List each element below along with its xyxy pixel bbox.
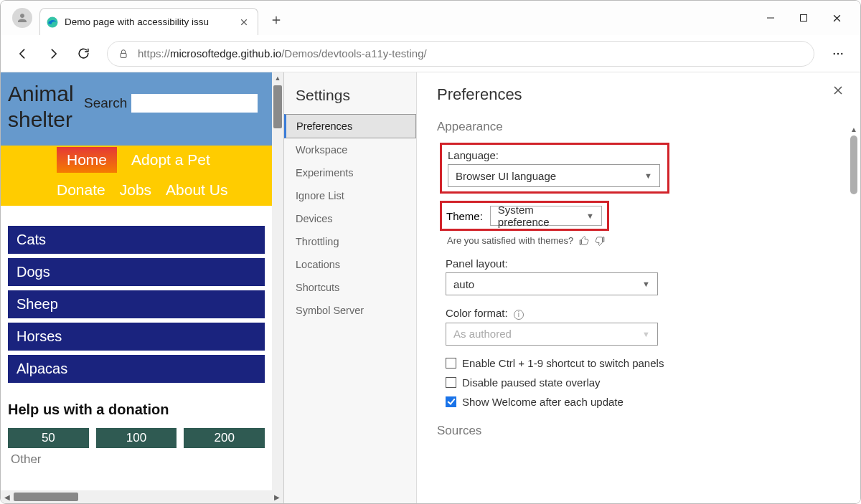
theme-select[interactable]: System preference▼ <box>490 206 602 226</box>
settings-nav-symbol-server[interactable]: Symbol Server <box>284 299 416 322</box>
list-item[interactable]: Alpacas <box>8 355 265 383</box>
settings-sidebar: Settings Preferences Workspace Experimen… <box>284 72 417 503</box>
new-tab-button[interactable] <box>264 8 288 32</box>
nav-donate[interactable]: Donate <box>57 181 105 199</box>
scrollbar-thumb[interactable] <box>14 493 78 501</box>
settings-main: Preferences Appearance Language: Browser… <box>417 72 860 503</box>
settings-nav-devices[interactable]: Devices <box>284 207 416 230</box>
scroll-right-icon[interactable]: ▶ <box>270 493 283 501</box>
checkbox-label: Disable paused state overlay <box>462 376 601 389</box>
donation-other-label: Other <box>11 452 265 467</box>
svg-rect-2 <box>121 53 126 57</box>
panel-layout-value: auto <box>453 278 474 290</box>
section-heading-appearance: Appearance <box>437 120 840 134</box>
forward-button[interactable] <box>39 40 67 67</box>
svg-point-3 <box>834 52 835 54</box>
thumbs-up-icon[interactable] <box>579 236 589 246</box>
donation-amount-button[interactable]: 100 <box>96 428 177 448</box>
browser-toolbar: https://microsoftedge.github.io/Demos/de… <box>1 35 860 72</box>
nav-home[interactable]: Home <box>57 147 117 173</box>
theme-value: System preference <box>498 204 586 228</box>
window-maximize-button[interactable] <box>787 4 820 32</box>
horizontal-scrollbar[interactable]: ◀ ▶ <box>1 490 283 503</box>
tab-close-icon[interactable] <box>237 16 250 29</box>
nav-jobs[interactable]: Jobs <box>120 181 151 199</box>
nav-about[interactable]: About Us <box>166 181 227 199</box>
scroll-left-icon[interactable]: ◀ <box>1 493 14 501</box>
settings-nav-preferences[interactable]: Preferences <box>284 114 416 138</box>
color-format-value: As authored <box>453 328 512 340</box>
search-label: Search <box>84 95 127 111</box>
search-input[interactable] <box>131 94 258 113</box>
settings-nav-experiments[interactable]: Experiments <box>284 161 416 184</box>
list-item[interactable]: Horses <box>8 323 265 351</box>
back-button[interactable] <box>9 40 37 67</box>
color-format-label: Color format: i <box>446 307 840 320</box>
donation-amount-button[interactable]: 200 <box>184 428 265 448</box>
window-close-button[interactable] <box>820 4 853 32</box>
page-viewport: Animalshelter Search Home Adopt a Pet Do… <box>1 72 284 503</box>
list-item[interactable]: Cats <box>8 226 265 254</box>
chevron-down-icon: ▼ <box>642 330 650 338</box>
devtools-panel: Settings Preferences Workspace Experimen… <box>284 72 860 503</box>
panel-layout-select[interactable]: auto ▼ <box>446 272 658 295</box>
checkbox-show-welcome[interactable] <box>446 396 456 407</box>
svg-point-5 <box>841 52 842 54</box>
window-titlebar: Demo page with accessibility issu <box>1 1 860 35</box>
scroll-up-icon[interactable]: ▲ <box>272 72 283 84</box>
site-nav: Home Adopt a Pet Donate Jobs About Us <box>1 146 272 206</box>
vertical-scrollbar[interactable]: ▲ <box>272 72 283 490</box>
donation-heading: Help us with a donation <box>8 401 265 418</box>
settings-nav-throttling[interactable]: Throttling <box>284 230 416 253</box>
highlight-language: Language: Browser UI language ▼ <box>440 143 669 194</box>
checkbox-ctrl-shortcut[interactable] <box>446 358 456 369</box>
refresh-button[interactable] <box>70 40 97 67</box>
theme-label: Theme: <box>446 210 483 222</box>
animal-list: Cats Dogs Sheep Horses Alpacas <box>1 206 272 390</box>
window-minimize-button[interactable] <box>754 4 787 32</box>
chevron-down-icon: ▼ <box>644 171 652 180</box>
donation-section: Help us with a donation 50 100 200 Other <box>1 390 272 471</box>
scrollbar-thumb[interactable] <box>850 135 857 194</box>
settings-scrollbar[interactable]: ▲ <box>849 124 859 500</box>
thumbs-down-icon[interactable] <box>595 236 605 246</box>
nav-adopt[interactable]: Adopt a Pet <box>131 151 210 168</box>
scroll-up-icon[interactable]: ▲ <box>849 124 859 134</box>
section-heading-sources: Sources <box>437 424 840 438</box>
profile-avatar[interactable] <box>12 8 32 28</box>
settings-title: Settings <box>284 82 416 114</box>
svg-rect-1 <box>801 15 807 22</box>
language-label: Language: <box>448 149 662 161</box>
chevron-down-icon: ▼ <box>586 211 594 220</box>
donation-amount-button[interactable]: 50 <box>8 428 89 448</box>
checkbox-paused-overlay[interactable] <box>446 377 456 388</box>
chevron-down-icon: ▼ <box>642 280 650 288</box>
lock-icon <box>118 48 129 60</box>
checkbox-label: Show Welcome after each update <box>462 396 624 408</box>
edge-favicon <box>46 16 59 29</box>
settings-close-button[interactable] <box>830 82 846 98</box>
tab-title: Demo page with accessibility issu <box>65 16 233 27</box>
browser-tab[interactable]: Demo page with accessibility issu <box>39 8 258 35</box>
panel-layout-label: Panel layout: <box>446 257 840 270</box>
language-value: Browser UI language <box>456 170 556 182</box>
site-header: Animalshelter Search <box>1 72 272 146</box>
settings-nav-shortcuts[interactable]: Shortcuts <box>284 276 416 299</box>
settings-nav-ignore-list[interactable]: Ignore List <box>284 184 416 207</box>
checkbox-label: Enable Ctrl + 1-9 shortcut to switch pan… <box>462 357 664 369</box>
list-item[interactable]: Dogs <box>8 258 265 286</box>
url-text: https://microsoftedge.github.io/Demos/de… <box>138 47 427 60</box>
info-icon[interactable]: i <box>514 310 524 320</box>
language-select[interactable]: Browser UI language ▼ <box>448 164 660 187</box>
theme-feedback: Are you satisfied with themes? <box>447 235 840 246</box>
settings-nav-locations[interactable]: Locations <box>284 253 416 276</box>
scrollbar-thumb[interactable] <box>273 85 282 128</box>
highlight-theme: Theme: System preference▼ <box>440 201 609 231</box>
settings-nav-workspace[interactable]: Workspace <box>284 138 416 161</box>
page-title: Preferences <box>437 85 840 104</box>
address-bar[interactable]: https://microsoftedge.github.io/Demos/de… <box>107 41 814 67</box>
color-format-select[interactable]: As authored ▼ <box>446 323 658 346</box>
list-item[interactable]: Sheep <box>8 290 265 318</box>
svg-point-4 <box>837 52 839 54</box>
browser-menu-button[interactable] <box>824 40 852 67</box>
